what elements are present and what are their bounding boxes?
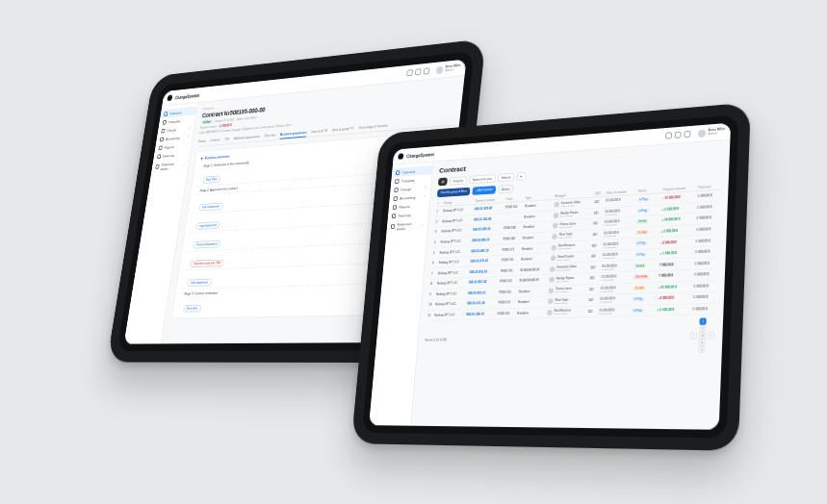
sidebar-item-label: Accounting	[166, 136, 180, 141]
pager: Results 1-20 of 308 ‹ 12345 ›	[424, 318, 715, 357]
cell-type: Resident	[517, 296, 548, 308]
tab-photos[interactable]: Photos	[197, 138, 206, 146]
user-role: Admin	[445, 67, 460, 72]
pager-next[interactable]: ›	[708, 332, 714, 339]
calendar-icon[interactable]	[685, 131, 691, 138]
pager-page[interactable]: 4	[698, 340, 705, 346]
sidebar-item-label: Charge	[401, 187, 411, 191]
sidebar-item-label: Charge	[167, 127, 176, 132]
nav-icon	[164, 112, 168, 116]
payment-amount: -1 200,00 $	[219, 123, 232, 128]
caret-down-icon	[200, 157, 203, 160]
cell-date: 01.09.2019to 05.05.2020	[600, 283, 633, 295]
sidebar-item-label: Accounting	[400, 195, 416, 201]
pager-page[interactable]: 3	[699, 332, 706, 339]
pager-prev[interactable]: ‹	[690, 333, 697, 340]
cell-track: PD00 555	[496, 308, 516, 319]
filter-flag-icon[interactable]: ⚑	[516, 172, 526, 181]
calendar-icon[interactable]	[424, 67, 430, 74]
avatar-icon	[552, 244, 557, 250]
cell-paid: 5 900,00 $	[691, 303, 715, 315]
chevron-down-icon: ▾	[183, 163, 185, 166]
cell-status: On Hold	[632, 282, 658, 293]
cell-track: PD00 555	[500, 254, 520, 265]
cell-odc: 102	[588, 284, 601, 295]
tab-acts-of-goods-tv[interactable]: Acts of goods TV	[332, 125, 354, 135]
pager-summary: Results 1-20 of 308	[425, 338, 447, 341]
tab-journal-of-tv[interactable]: Journal of TV	[311, 127, 328, 137]
avatar-icon	[552, 234, 557, 239]
role-chip[interactable]: Back office	[183, 305, 201, 313]
nav-icon	[394, 188, 398, 192]
brand: ChargeSystem	[406, 151, 434, 159]
chevron-down-icon: ▾	[425, 186, 426, 189]
cell-odc: 102	[586, 306, 599, 317]
notification-icon[interactable]	[665, 132, 672, 139]
cell-odc: 102	[590, 251, 603, 263]
cell-payment: + 6 100,00 $	[656, 304, 692, 316]
avatar-icon	[553, 223, 558, 229]
filter-payment[interactable]: Payment first year	[469, 174, 496, 184]
chevron-down-icon: ▾	[425, 194, 426, 198]
add-contract-button[interactable]: + Add Contract	[473, 186, 497, 195]
nav-icon	[396, 170, 400, 175]
nav-icon	[392, 214, 396, 218]
tab-additional-agreements[interactable]: Additional agreements	[233, 133, 260, 143]
status-badge: Verified	[200, 119, 213, 125]
avatar-icon	[547, 310, 553, 315]
avatar-icon	[548, 299, 554, 305]
tab-business-processes[interactable]: Business processes	[279, 129, 306, 139]
author-meta: Author: John Wilson	[237, 115, 257, 121]
cell-status: Out of date	[633, 270, 659, 283]
cell-odc: 102	[587, 295, 600, 307]
sidebar-item-reference-books[interactable]: Reference books ▾	[386, 218, 427, 234]
mail-icon[interactable]	[415, 68, 422, 75]
role-chip[interactable]: Sales department	[187, 279, 212, 287]
filter-all[interactable]: All	[438, 177, 448, 186]
nav-icon	[159, 145, 163, 150]
actions-menu[interactable]: Actions	[498, 185, 513, 193]
cell-odc: 102	[592, 218, 605, 230]
sidebar-item-label: Company	[168, 118, 181, 124]
cell-paid: 5 900,00 $	[693, 257, 717, 269]
avatar	[436, 65, 444, 73]
filter-refunds[interactable]: Refunds	[498, 173, 514, 183]
avatar-icon	[549, 277, 555, 283]
tab-ttn[interactable]: TTN	[223, 136, 229, 144]
mail-icon[interactable]	[675, 132, 682, 139]
save-filters-button[interactable]: Save this group of filters	[437, 188, 471, 197]
cell-odc: 102	[591, 229, 604, 240]
nav-icon	[395, 179, 399, 184]
role-chip[interactable]: Legal department	[195, 221, 220, 230]
role-chip[interactable]: Operator to work with CRM	[190, 259, 224, 267]
cell-date: 01.09.2019to 05.05.2020	[599, 294, 632, 307]
cell-payment: - 4 500,00 $	[657, 292, 693, 305]
tab-contract[interactable]: Contract	[210, 137, 220, 145]
amount-label: Payment amount	[200, 125, 218, 130]
role-chip[interactable]: Back Office	[202, 175, 221, 184]
sidebar-item-label: Contracts	[401, 169, 415, 174]
role-chip[interactable]: Financial department	[193, 240, 221, 249]
cell-charge: Railway SPT LLC	[434, 299, 467, 311]
filter-group[interactable]: Group by	[450, 176, 467, 185]
user-menu[interactable]: Anna Miller Admin	[436, 63, 460, 73]
sidebar-item-label: Company	[401, 178, 415, 183]
sidebar-item-reference-books[interactable]: Reference books ▾	[151, 158, 190, 173]
cell-contract-number[interactable]: 508-01-198-18	[465, 309, 497, 320]
avatar-icon	[550, 266, 556, 272]
cell-type: Resident	[516, 307, 547, 318]
cell-paid: 5 900,00 $	[693, 268, 717, 281]
tab-chronology-of-statuses[interactable]: Chronology of statuses	[358, 122, 389, 133]
cell-contract-number[interactable]: 508-01-211-34	[466, 298, 498, 310]
chevron-down-icon: ▾	[188, 135, 190, 139]
pager-page[interactable]: 5	[698, 346, 705, 353]
cell-charge: Railway SPT LLC	[433, 310, 466, 321]
role-chip[interactable]: Sales department	[198, 203, 223, 212]
tab-price-lists[interactable]: Price lists	[264, 132, 276, 140]
notification-icon[interactable]	[407, 69, 414, 76]
cell-odc: 102	[589, 262, 602, 273]
user-menu[interactable]: Anna Miller Admin	[698, 128, 725, 138]
nav-icon	[157, 154, 161, 159]
sidebar-item-label: Reference books	[161, 161, 182, 171]
cell-status: In Prog.	[631, 305, 657, 316]
